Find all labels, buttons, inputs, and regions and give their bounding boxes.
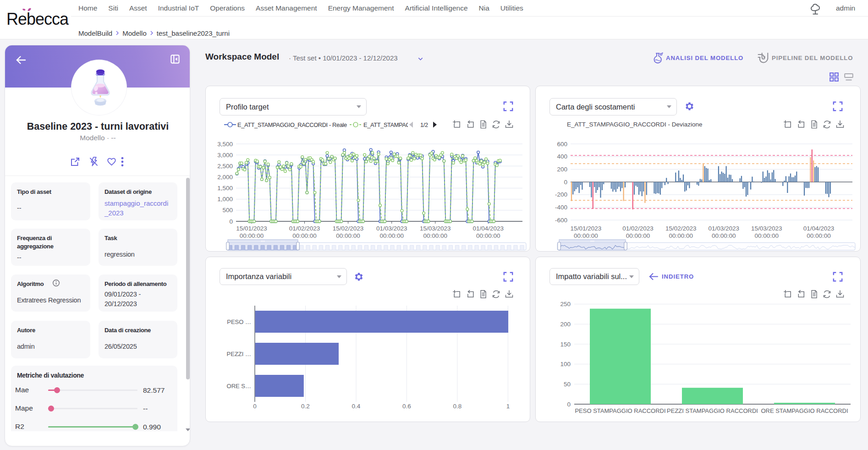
svg-text:0: 0 — [253, 403, 257, 410]
svg-text:1: 1 — [506, 403, 510, 410]
svg-text:500: 500 — [222, 207, 233, 214]
svg-text:ORE S…: ORE S… — [227, 383, 251, 390]
svg-text:0.6: 0.6 — [402, 403, 411, 410]
svg-text:01/02/2023: 01/02/2023 — [622, 225, 654, 232]
svg-text:00:00:00: 00:00:00 — [476, 232, 500, 239]
svg-text:01/03/2023: 01/03/2023 — [708, 225, 739, 232]
svg-text:1,000: 1,000 — [217, 196, 233, 203]
svg-text:100: 100 — [560, 361, 571, 368]
svg-text:0.4: 0.4 — [352, 403, 361, 410]
svg-text:0.8: 0.8 — [453, 403, 462, 410]
svg-text:01/03/2023: 01/03/2023 — [376, 225, 407, 232]
svg-text:00:00:00: 00:00:00 — [755, 232, 779, 239]
svg-text:0: 0 — [564, 179, 567, 186]
svg-text:2,500: 2,500 — [217, 163, 233, 170]
svg-text:01/04/2023: 01/04/2023 — [803, 225, 835, 232]
svg-text:1,500: 1,500 — [217, 185, 233, 192]
svg-text:15/03/2023: 15/03/2023 — [420, 225, 451, 232]
svg-text:00:00:00: 00:00:00 — [240, 232, 264, 239]
svg-text:00:00:00: 00:00:00 — [712, 232, 736, 239]
svg-text:3,000: 3,000 — [217, 152, 233, 159]
svg-text:15/01/2023: 15/01/2023 — [236, 225, 267, 232]
svg-text:50: 50 — [564, 381, 571, 388]
svg-text:00:00:00: 00:00:00 — [292, 232, 317, 239]
svg-text:00:00:00: 00:00:00 — [807, 232, 831, 239]
svg-text:ORE STAMPAGGIO RACCORDI: ORE STAMPAGGIO RACCORDI — [761, 407, 848, 414]
svg-text:0: 0 — [229, 218, 233, 225]
svg-text:15/02/2023: 15/02/2023 — [333, 225, 364, 232]
svg-text:PEZZI …: PEZZI … — [227, 351, 251, 357]
svg-text:200: 200 — [560, 321, 571, 328]
svg-text:PESO …: PESO … — [227, 318, 251, 325]
svg-text:PESO STAMPAGGIO RACCORDI: PESO STAMPAGGIO RACCORDI — [575, 407, 665, 414]
svg-text:-400: -400 — [555, 204, 567, 211]
svg-text:0.2: 0.2 — [301, 403, 310, 410]
svg-text:15/02/2023: 15/02/2023 — [665, 225, 697, 232]
svg-text:15/03/2023: 15/03/2023 — [751, 225, 782, 232]
svg-text:15/01/2023: 15/01/2023 — [571, 225, 602, 232]
svg-text:400: 400 — [557, 153, 567, 160]
svg-text:01/04/2023: 01/04/2023 — [473, 225, 504, 232]
svg-text:00:00:00: 00:00:00 — [669, 232, 693, 239]
svg-text:00:00:00: 00:00:00 — [423, 232, 448, 239]
svg-text:PEZZI STAMPAGGIO RACCORDI: PEZZI STAMPAGGIO RACCORDI — [667, 407, 758, 414]
svg-text:00:00:00: 00:00:00 — [574, 232, 598, 239]
svg-text:00:00:00: 00:00:00 — [336, 232, 360, 239]
svg-text:150: 150 — [560, 341, 571, 348]
svg-text:200: 200 — [557, 166, 567, 173]
svg-text:250: 250 — [560, 301, 571, 307]
svg-text:2,000: 2,000 — [217, 174, 233, 181]
svg-text:00:00:00: 00:00:00 — [626, 232, 650, 239]
svg-text:600: 600 — [557, 141, 567, 148]
svg-text:00:00:00: 00:00:00 — [379, 232, 404, 239]
svg-text:-200: -200 — [555, 191, 567, 198]
svg-text:-600: -600 — [555, 217, 567, 224]
svg-text:01/02/2023: 01/02/2023 — [289, 225, 320, 232]
svg-text:0: 0 — [567, 401, 571, 408]
svg-text:3,500: 3,500 — [217, 141, 233, 148]
